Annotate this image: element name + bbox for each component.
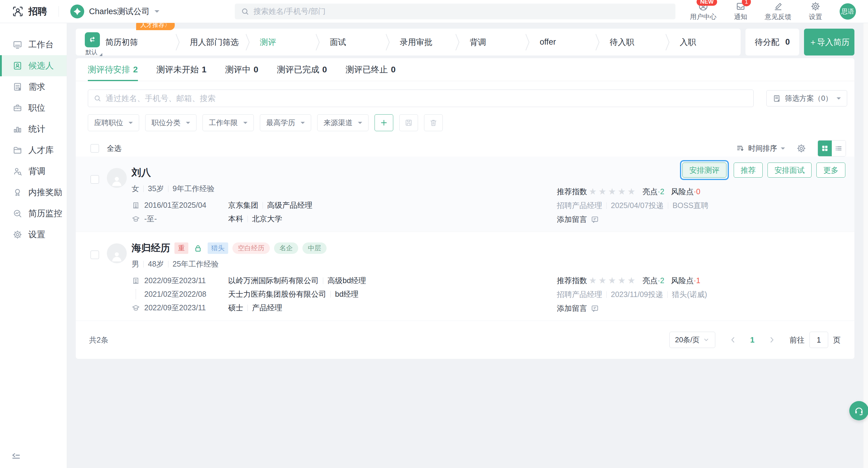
arrange-assessment-button[interactable]: 安排测评 — [682, 163, 726, 178]
divider — [168, 186, 168, 192]
education-cap-icon — [132, 215, 140, 223]
collapse-sidebar-icon[interactable] — [11, 451, 21, 461]
list-view-toggle[interactable] — [832, 140, 846, 156]
column-settings-icon[interactable] — [797, 143, 806, 153]
nav-feedback[interactable]: 意见反馈 — [765, 1, 791, 22]
requirements-icon — [13, 82, 22, 92]
candidate-name[interactable]: 海归经历 — [132, 241, 170, 255]
candidate-row[interactable]: 海归经历 重 猎头 空白经历 名企 中层 男 48岁 25年工作经验 — [76, 232, 855, 321]
sidebar-item-positions[interactable]: 职位 — [0, 97, 67, 119]
page-size-select[interactable]: 20条/页 — [670, 332, 715, 348]
highlight-count: ·2 — [658, 276, 664, 285]
sidebar-item-candidates[interactable]: 候选人 — [0, 55, 67, 76]
highlight-label[interactable]: 亮点 — [643, 276, 658, 286]
workflow-icon[interactable] — [85, 32, 100, 47]
sort-control[interactable]: 时间排序 — [736, 143, 785, 153]
sidebar-item-referral-reward[interactable]: 内推奖励 — [0, 182, 67, 203]
next-page-icon[interactable] — [768, 336, 776, 344]
candidate-checkbox[interactable] — [91, 175, 99, 183]
sidebar-item-resume-monitor[interactable]: 简历监控 — [0, 203, 67, 224]
candidate-name[interactable]: 刘八 — [132, 166, 151, 179]
save-filter-button[interactable] — [399, 114, 418, 131]
divider — [262, 202, 263, 209]
candidate-evaluation: 推荐指数 ★★★★★ 亮点·2 风险点·0 招聘产品经理 2025/04/07投… — [557, 186, 709, 224]
stage-onboard[interactable]: 入职 — [665, 29, 735, 56]
select-all-label: 全选 — [107, 143, 121, 153]
stage-offer-approval[interactable]: 录用审批 — [385, 29, 456, 56]
stage-background-check[interactable]: 背调 — [455, 29, 525, 56]
tab-assessment-in-progress[interactable]: 测评中0 — [225, 58, 258, 81]
tab-assessment-not-started[interactable]: 测评未开始1 — [157, 58, 207, 81]
divider — [143, 261, 144, 267]
page-unit: 页 — [833, 335, 840, 345]
sidebar-item-workbench[interactable]: 工作台 — [0, 34, 67, 55]
nav-notifications[interactable]: 1 通知 — [734, 1, 747, 22]
list-search[interactable] — [88, 90, 754, 107]
unassigned-card[interactable]: 待分配 0 — [745, 29, 799, 56]
select-all-checkbox[interactable] — [91, 144, 99, 153]
settings-gear-icon — [13, 230, 22, 239]
prev-page-icon[interactable] — [729, 336, 737, 344]
list-footer: 共2条 20条/页 1 前往 页 — [76, 321, 855, 348]
add-comment[interactable]: 添加留言 — [557, 214, 709, 224]
page-number[interactable]: 1 — [750, 335, 754, 345]
company-logo-icon — [70, 4, 84, 19]
candidate-list-card: 测评待安排2 测评未开始1 测评中0 测评已完成0 测评已终止0 — [76, 58, 855, 359]
candidate-history: 2022/09至2023/11 以岭万洲国际制药有限公司 高级bd经理 2021… — [132, 276, 366, 313]
recommend-button[interactable]: 推荐 — [734, 163, 763, 178]
stage-dept-screening[interactable]: 用人部门筛选 — [175, 29, 245, 56]
sidebar-item-background-check[interactable]: 背调 — [0, 161, 67, 182]
risk-label[interactable]: 风险点 — [671, 276, 693, 286]
card-view-toggle[interactable] — [818, 140, 832, 156]
more-button[interactable]: 更多 — [816, 163, 845, 178]
sidebar-item-requirements[interactable]: 需求 — [0, 76, 67, 97]
candidate-row[interactable]: 刘八 女 35岁 9年工作经验 2016/01至2025/04 京东集团 高级产… — [76, 157, 855, 232]
app-logo-icon — [12, 6, 24, 17]
arrange-interview-button[interactable]: 安排面试 — [768, 163, 812, 178]
resume-monitor-icon — [13, 209, 22, 218]
tab-assessment-completed[interactable]: 测评已完成0 — [277, 58, 327, 81]
divider — [331, 291, 331, 298]
apply-info: 招聘产品经理 2023/11/09投递 猎头(诺威) — [557, 290, 707, 299]
notification-count-badge: 1 — [742, 0, 751, 6]
grid-view-icon — [821, 144, 829, 152]
divider — [247, 215, 248, 222]
nav-user-center[interactable]: NEW 用户中心 — [690, 1, 716, 22]
filter-applied-position[interactable]: 应聘职位 — [88, 114, 139, 131]
filter-work-years[interactable]: 工作年限 — [203, 114, 254, 131]
filter-plan-button[interactable]: 筛选方案（0） — [766, 90, 847, 106]
global-search[interactable] — [235, 4, 676, 19]
add-comment[interactable]: 添加留言 — [557, 303, 707, 313]
headhunter-tag: 猎头 — [208, 242, 228, 254]
stage-pending-onboard[interactable]: 待入职 — [595, 29, 665, 56]
import-resume-button[interactable]: ＋导入简历 — [804, 29, 855, 56]
filter-position-category[interactable]: 职位分类 — [145, 114, 196, 131]
company-switcher[interactable]: Charles测试公司 — [70, 4, 159, 19]
risk-label[interactable]: 风险点 — [671, 187, 693, 197]
candidates-icon — [13, 61, 22, 71]
customer-service-button[interactable] — [849, 401, 868, 420]
sidebar-item-statistics[interactable]: 统计 — [0, 119, 67, 140]
list-search-input[interactable] — [105, 94, 748, 103]
stage-assessment[interactable]: 测评 — [245, 29, 315, 56]
stage-interview[interactable]: 面试 — [315, 29, 385, 56]
filter-highest-degree[interactable]: 最高学历 — [260, 114, 311, 131]
stage-offer[interactable]: offer — [525, 29, 595, 56]
nav-settings[interactable]: 设置 — [809, 1, 822, 22]
global-search-input[interactable] — [253, 7, 670, 16]
delete-filter-button[interactable] — [424, 114, 443, 131]
sidebar-item-talent-pool[interactable]: 人才库 — [0, 140, 67, 161]
stage-resume-screening[interactable]: 简历初筛 人才推荐〉 — [105, 29, 175, 56]
goto-page-input[interactable] — [809, 332, 828, 348]
tab-assessment-pending[interactable]: 测评待安排2 — [88, 58, 138, 81]
highlight-label[interactable]: 亮点 — [643, 187, 658, 197]
filter-source-channel[interactable]: 来源渠道 — [317, 114, 369, 131]
sidebar-item-settings[interactable]: 设置 — [0, 224, 67, 245]
scrollbar-track[interactable] — [863, 23, 868, 468]
user-avatar[interactable]: 思语 — [840, 3, 856, 20]
add-filter-button[interactable] — [375, 114, 393, 131]
app-logo[interactable]: 招聘 — [12, 5, 47, 18]
candidate-checkbox[interactable] — [91, 250, 99, 259]
tab-assessment-terminated[interactable]: 测评已终止0 — [346, 58, 396, 81]
flow-default-module[interactable]: 默认 — [83, 32, 102, 56]
